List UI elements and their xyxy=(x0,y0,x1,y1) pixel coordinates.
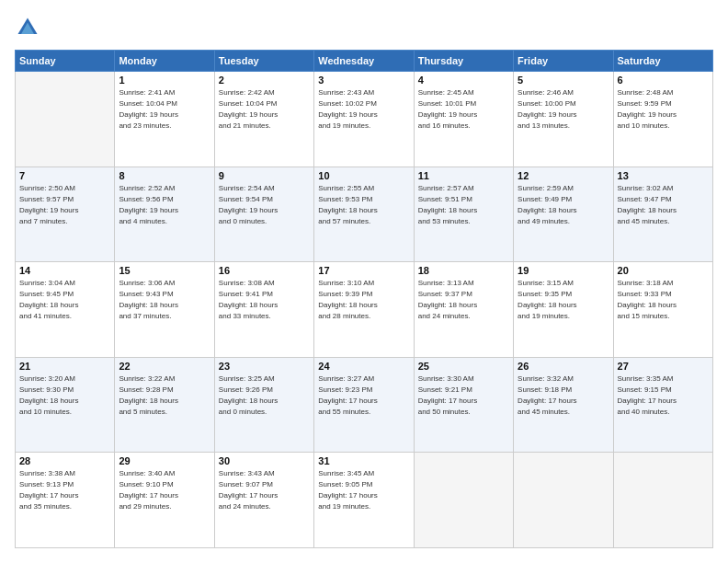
day-number: 2 xyxy=(219,75,310,86)
day-number: 19 xyxy=(518,265,609,276)
day-number: 29 xyxy=(119,455,210,466)
calendar-cell: 10Sunrise: 2:55 AM Sunset: 9:53 PM Dayli… xyxy=(314,167,414,262)
calendar-cell: 1Sunrise: 2:41 AM Sunset: 10:04 PM Dayli… xyxy=(115,72,214,167)
calendar-cell: 25Sunrise: 3:30 AM Sunset: 9:21 PM Dayli… xyxy=(414,357,513,453)
day-number: 5 xyxy=(518,75,609,86)
day-number: 6 xyxy=(618,75,709,86)
day-info: Sunrise: 3:15 AM Sunset: 9:35 PM Dayligh… xyxy=(518,278,609,322)
day-number: 9 xyxy=(219,170,310,181)
weekday-header-row: SundayMondayTuesdayWednesdayThursdayFrid… xyxy=(16,51,713,72)
day-info: Sunrise: 3:25 AM Sunset: 9:26 PM Dayligh… xyxy=(219,373,310,418)
week-row-1: 1Sunrise: 2:41 AM Sunset: 10:04 PM Dayli… xyxy=(16,72,713,167)
day-number: 12 xyxy=(518,170,609,181)
calendar-cell xyxy=(613,453,712,548)
calendar-table: SundayMondayTuesdayWednesdayThursdayFrid… xyxy=(15,50,713,548)
day-info: Sunrise: 2:45 AM Sunset: 10:01 PM Daylig… xyxy=(418,87,509,132)
calendar-cell: 4Sunrise: 2:45 AM Sunset: 10:01 PM Dayli… xyxy=(414,72,513,167)
day-info: Sunrise: 3:27 AM Sunset: 9:23 PM Dayligh… xyxy=(318,373,409,418)
day-number: 4 xyxy=(418,75,509,86)
day-number: 21 xyxy=(19,361,110,372)
day-info: Sunrise: 2:54 AM Sunset: 9:54 PM Dayligh… xyxy=(219,183,310,227)
day-number: 11 xyxy=(418,170,509,181)
day-number: 13 xyxy=(618,170,709,181)
weekday-header-wednesday: Wednesday xyxy=(314,51,414,72)
day-info: Sunrise: 3:22 AM Sunset: 9:28 PM Dayligh… xyxy=(119,373,210,418)
calendar-cell: 23Sunrise: 3:25 AM Sunset: 9:26 PM Dayli… xyxy=(214,357,313,453)
day-info: Sunrise: 2:42 AM Sunset: 10:04 PM Daylig… xyxy=(219,87,310,132)
day-number: 3 xyxy=(318,75,409,86)
day-info: Sunrise: 3:35 AM Sunset: 9:15 PM Dayligh… xyxy=(618,373,709,418)
day-info: Sunrise: 3:08 AM Sunset: 9:41 PM Dayligh… xyxy=(219,278,310,322)
day-number: 30 xyxy=(219,455,310,466)
day-info: Sunrise: 2:48 AM Sunset: 9:59 PM Dayligh… xyxy=(618,87,709,132)
day-number: 28 xyxy=(19,455,110,466)
day-info: Sunrise: 2:41 AM Sunset: 10:04 PM Daylig… xyxy=(119,87,210,132)
day-info: Sunrise: 2:50 AM Sunset: 9:57 PM Dayligh… xyxy=(19,183,110,227)
logo-icon xyxy=(15,15,40,40)
day-info: Sunrise: 3:06 AM Sunset: 9:43 PM Dayligh… xyxy=(119,278,210,322)
calendar-cell: 17Sunrise: 3:10 AM Sunset: 9:39 PM Dayli… xyxy=(314,262,414,358)
day-number: 15 xyxy=(119,265,210,276)
calendar-cell: 14Sunrise: 3:04 AM Sunset: 9:45 PM Dayli… xyxy=(16,262,115,358)
day-number: 18 xyxy=(418,265,509,276)
day-info: Sunrise: 2:59 AM Sunset: 9:49 PM Dayligh… xyxy=(518,183,609,227)
day-number: 31 xyxy=(318,455,409,466)
day-info: Sunrise: 2:55 AM Sunset: 9:53 PM Dayligh… xyxy=(318,183,409,227)
calendar-cell: 2Sunrise: 2:42 AM Sunset: 10:04 PM Dayli… xyxy=(214,72,313,167)
day-number: 17 xyxy=(318,265,409,276)
day-info: Sunrise: 3:43 AM Sunset: 9:07 PM Dayligh… xyxy=(219,468,310,512)
calendar-cell: 5Sunrise: 2:46 AM Sunset: 10:00 PM Dayli… xyxy=(514,72,613,167)
calendar-cell: 15Sunrise: 3:06 AM Sunset: 9:43 PM Dayli… xyxy=(115,262,214,358)
calendar-cell: 7Sunrise: 2:50 AM Sunset: 9:57 PM Daylig… xyxy=(16,167,115,262)
day-number: 8 xyxy=(119,170,210,181)
logo xyxy=(15,15,44,40)
calendar-cell: 30Sunrise: 3:43 AM Sunset: 9:07 PM Dayli… xyxy=(214,453,313,548)
day-info: Sunrise: 3:45 AM Sunset: 9:05 PM Dayligh… xyxy=(318,468,409,512)
calendar-cell xyxy=(414,453,513,548)
weekday-header-tuesday: Tuesday xyxy=(214,51,313,72)
calendar-cell xyxy=(16,72,115,167)
day-info: Sunrise: 3:40 AM Sunset: 9:10 PM Dayligh… xyxy=(119,468,210,512)
week-row-3: 14Sunrise: 3:04 AM Sunset: 9:45 PM Dayli… xyxy=(16,262,713,358)
day-info: Sunrise: 2:57 AM Sunset: 9:51 PM Dayligh… xyxy=(418,183,509,227)
day-number: 27 xyxy=(618,361,709,372)
calendar-cell: 26Sunrise: 3:32 AM Sunset: 9:18 PM Dayli… xyxy=(514,357,613,453)
weekday-header-thursday: Thursday xyxy=(414,51,513,72)
day-info: Sunrise: 3:18 AM Sunset: 9:33 PM Dayligh… xyxy=(618,278,709,322)
day-number: 14 xyxy=(19,265,110,276)
day-number: 7 xyxy=(19,170,110,181)
day-number: 1 xyxy=(119,75,210,86)
calendar-cell xyxy=(514,453,613,548)
day-number: 22 xyxy=(119,361,210,372)
day-number: 20 xyxy=(618,265,709,276)
day-number: 23 xyxy=(219,361,310,372)
week-row-5: 28Sunrise: 3:38 AM Sunset: 9:13 PM Dayli… xyxy=(16,453,713,548)
weekday-header-monday: Monday xyxy=(115,51,214,72)
calendar-cell: 8Sunrise: 2:52 AM Sunset: 9:56 PM Daylig… xyxy=(115,167,214,262)
calendar-cell: 13Sunrise: 3:02 AM Sunset: 9:47 PM Dayli… xyxy=(613,167,712,262)
week-row-4: 21Sunrise: 3:20 AM Sunset: 9:30 PM Dayli… xyxy=(16,357,713,453)
calendar-cell: 3Sunrise: 2:43 AM Sunset: 10:02 PM Dayli… xyxy=(314,72,414,167)
calendar-cell: 11Sunrise: 2:57 AM Sunset: 9:51 PM Dayli… xyxy=(414,167,513,262)
day-info: Sunrise: 2:46 AM Sunset: 10:00 PM Daylig… xyxy=(518,87,609,132)
calendar-cell: 24Sunrise: 3:27 AM Sunset: 9:23 PM Dayli… xyxy=(314,357,414,453)
calendar-cell: 21Sunrise: 3:20 AM Sunset: 9:30 PM Dayli… xyxy=(16,357,115,453)
day-number: 26 xyxy=(518,361,609,372)
page: SundayMondayTuesdayWednesdayThursdayFrid… xyxy=(0,0,728,563)
day-info: Sunrise: 3:32 AM Sunset: 9:18 PM Dayligh… xyxy=(518,373,609,418)
weekday-header-friday: Friday xyxy=(514,51,613,72)
calendar-cell: 28Sunrise: 3:38 AM Sunset: 9:13 PM Dayli… xyxy=(16,453,115,548)
calendar-cell: 9Sunrise: 2:54 AM Sunset: 9:54 PM Daylig… xyxy=(214,167,313,262)
weekday-header-sunday: Sunday xyxy=(16,51,115,72)
day-info: Sunrise: 3:02 AM Sunset: 9:47 PM Dayligh… xyxy=(618,183,709,227)
calendar-cell: 12Sunrise: 2:59 AM Sunset: 9:49 PM Dayli… xyxy=(514,167,613,262)
calendar-cell: 22Sunrise: 3:22 AM Sunset: 9:28 PM Dayli… xyxy=(115,357,214,453)
day-info: Sunrise: 2:52 AM Sunset: 9:56 PM Dayligh… xyxy=(119,183,210,227)
day-info: Sunrise: 3:04 AM Sunset: 9:45 PM Dayligh… xyxy=(19,278,110,322)
calendar-cell: 31Sunrise: 3:45 AM Sunset: 9:05 PM Dayli… xyxy=(314,453,414,548)
day-number: 16 xyxy=(219,265,310,276)
calendar-cell: 27Sunrise: 3:35 AM Sunset: 9:15 PM Dayli… xyxy=(613,357,712,453)
header xyxy=(15,15,713,40)
day-info: Sunrise: 2:43 AM Sunset: 10:02 PM Daylig… xyxy=(318,87,409,132)
day-number: 10 xyxy=(318,170,409,181)
